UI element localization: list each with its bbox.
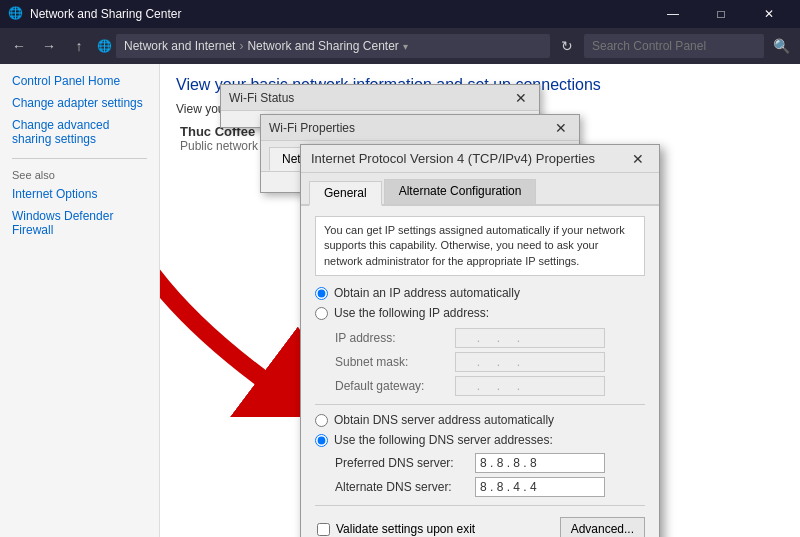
wifi-status-title: Wi-Fi Status (229, 91, 511, 105)
dns-section: Obtain DNS server address automatically … (315, 413, 645, 447)
see-also-label: See also (12, 169, 147, 181)
forward-button[interactable]: → (36, 33, 62, 59)
obtain-ip-row: Obtain an IP address automatically (315, 286, 645, 300)
wifi-status-close-button[interactable]: ✕ (511, 88, 531, 108)
main-area: Control Panel Home Change adapter settin… (0, 64, 800, 537)
window-title: Network and Sharing Center (30, 7, 650, 21)
sidebar-nav: Control Panel Home Change adapter settin… (12, 74, 147, 146)
tab-general[interactable]: General (309, 181, 382, 206)
alternate-dns-label: Alternate DNS server: (335, 480, 475, 494)
validate-checkbox[interactable] (317, 523, 330, 536)
breadcrumb-sharing-center[interactable]: Network and Sharing Center (247, 39, 398, 53)
validate-row: Validate settings upon exit Advanced... (315, 514, 645, 537)
preferred-dns-row: Preferred DNS server: (315, 453, 645, 473)
use-dns-row: Use the following DNS server addresses: (315, 433, 645, 447)
obtain-ip-radio[interactable] (315, 287, 328, 300)
sidebar-item-change-adapter[interactable]: Change adapter settings (12, 96, 147, 110)
up-button[interactable]: ↑ (66, 33, 92, 59)
sidebar-item-firewall[interactable]: Windows Defender Firewall (12, 209, 147, 237)
validate-label: Validate settings upon exit (336, 522, 475, 536)
alternate-dns-input[interactable] (475, 477, 605, 497)
tcpip-body: You can get IP settings assigned automat… (301, 206, 659, 537)
subnet-mask-row: Subnet mask: (315, 352, 645, 372)
search-input[interactable] (584, 34, 764, 58)
sidebar-item-control-panel-home[interactable]: Control Panel Home (12, 74, 147, 88)
content-area: View your basic network information and … (160, 64, 800, 537)
validate-checkbox-row: Validate settings upon exit (317, 522, 475, 536)
use-ip-row: Use the following IP address: (315, 306, 645, 320)
app-icon: 🌐 (8, 6, 24, 22)
subnet-mask-input[interactable] (455, 352, 605, 372)
tcpip-title-bar: Internet Protocol Version 4 (TCP/IPv4) P… (301, 145, 659, 173)
wifi-props-title-bar: Wi-Fi Properties ✕ (261, 115, 579, 141)
use-dns-radio[interactable] (315, 434, 328, 447)
default-gateway-row: Default gateway: (315, 376, 645, 396)
dialogs-overlay: Wi-Fi Status ✕ Wi-Fi Properties ✕ Networ… (160, 64, 800, 537)
location-icon: 🌐 (96, 38, 112, 54)
obtain-dns-label: Obtain DNS server address automatically (334, 413, 554, 427)
advanced-button[interactable]: Advanced... (560, 517, 645, 537)
separator2 (315, 505, 645, 506)
close-button[interactable]: ✕ (746, 0, 792, 28)
window-controls: — □ ✕ (650, 0, 792, 28)
wifi-props-close-button[interactable]: ✕ (551, 118, 571, 138)
back-button[interactable]: ← (6, 33, 32, 59)
ip-address-input[interactable] (455, 328, 605, 348)
default-gateway-input[interactable] (455, 376, 605, 396)
separator (315, 404, 645, 405)
sidebar-item-change-advanced[interactable]: Change advanced sharing settings (12, 118, 147, 146)
maximize-button[interactable]: □ (698, 0, 744, 28)
search-button[interactable]: 🔍 (768, 33, 794, 59)
ip-radio-group: Obtain an IP address automatically Use t… (315, 286, 645, 320)
wifi-status-title-bar: Wi-Fi Status ✕ (221, 85, 539, 111)
default-gateway-label: Default gateway: (335, 379, 455, 393)
subnet-mask-label: Subnet mask: (335, 355, 455, 369)
tab-alternate-config[interactable]: Alternate Configuration (384, 179, 537, 204)
breadcrumb-network-internet[interactable]: Network and Internet (124, 39, 235, 53)
use-ip-label: Use the following IP address: (334, 306, 489, 320)
obtain-ip-label: Obtain an IP address automatically (334, 286, 520, 300)
preferred-dns-input[interactable] (475, 453, 605, 473)
tcpip-title: Internet Protocol Version 4 (TCP/IPv4) P… (311, 151, 627, 166)
breadcrumb-dropdown-icon[interactable]: ▾ (403, 41, 408, 52)
sidebar-divider (12, 158, 147, 159)
wifi-props-title: Wi-Fi Properties (269, 121, 551, 135)
address-bar: ← → ↑ 🌐 Network and Internet › Network a… (0, 28, 800, 64)
minimize-button[interactable]: — (650, 0, 696, 28)
tcpip-close-button[interactable]: ✕ (627, 148, 649, 170)
ip-address-label: IP address: (335, 331, 455, 345)
sidebar: Control Panel Home Change adapter settin… (0, 64, 160, 537)
alternate-dns-row: Alternate DNS server: (315, 477, 645, 497)
obtain-dns-row: Obtain DNS server address automatically (315, 413, 645, 427)
tcpip-description: You can get IP settings assigned automat… (315, 216, 645, 276)
tcpip-tab-bar: General Alternate Configuration (301, 173, 659, 206)
title-bar: 🌐 Network and Sharing Center — □ ✕ (0, 0, 800, 28)
preferred-dns-label: Preferred DNS server: (335, 456, 475, 470)
obtain-dns-radio[interactable] (315, 414, 328, 427)
sidebar-see-also: See also Internet Options Windows Defend… (12, 169, 147, 237)
breadcrumb-separator: › (239, 39, 243, 53)
breadcrumb-bar[interactable]: Network and Internet › Network and Shari… (116, 34, 550, 58)
ip-address-row: IP address: (315, 328, 645, 348)
refresh-button[interactable]: ↻ (554, 33, 580, 59)
tcpip-properties-dialog: Internet Protocol Version 4 (TCP/IPv4) P… (300, 144, 660, 537)
sidebar-item-internet-options[interactable]: Internet Options (12, 187, 147, 201)
use-dns-label: Use the following DNS server addresses: (334, 433, 553, 447)
use-ip-radio[interactable] (315, 307, 328, 320)
